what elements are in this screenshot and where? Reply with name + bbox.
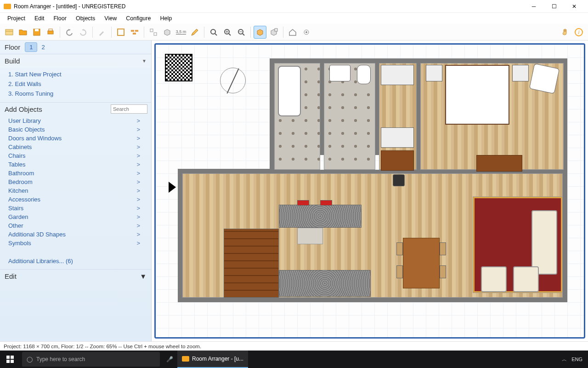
cat-stairs[interactable]: Stairs> [8,204,151,213]
svg-rect-11 [154,33,157,35]
view3d-button[interactable] [254,26,266,39]
cabinet[interactable] [381,65,414,85]
chair[interactable] [396,242,403,255]
edit-title: Edit [5,272,17,280]
toilet[interactable] [357,65,371,84]
cat-bedroom[interactable]: Bedroom> [8,178,151,186]
menu-objects[interactable]: Objects [71,14,100,23]
chair[interactable] [440,242,446,255]
menu-floor[interactable]: Floor [49,14,71,23]
floor-tab-2[interactable]: 2 [37,43,49,52]
cat-basic-objects[interactable]: Basic Objects> [8,125,151,134]
cat-kitchen[interactable]: Kitchen> [8,186,151,195]
cat-tables[interactable]: Tables> [8,160,151,169]
armchair[interactable] [481,266,507,292]
language-indicator[interactable]: ENG [571,356,582,362]
search-input[interactable] [111,104,147,114]
search-placeholder: Type here to search [36,356,85,362]
cat-3d-shapes[interactable]: Additional 3D Shapes> [8,230,151,239]
build-rooms-tuning[interactable]: 3. Rooms Tuning [8,89,151,98]
cat-cabinets[interactable]: Cabinets> [8,143,151,151]
nightstand[interactable] [426,65,442,81]
measure-button[interactable]: 3,5 m [175,26,187,39]
pencil-button[interactable] [188,26,201,39]
cat-symbols[interactable]: Symbols> [8,239,151,247]
bathtub[interactable] [278,66,301,116]
armchair[interactable] [513,266,539,292]
redo-button[interactable] [77,26,90,39]
menu-edit[interactable]: Edit [30,14,49,23]
settings-button[interactable] [300,26,313,39]
snap-button[interactable] [147,26,160,39]
taskbar-app-room-arranger[interactable]: Room Arranger - [u... [177,351,248,368]
stool[interactable] [320,200,332,206]
cat-doors-windows[interactable]: Doors and Windows> [8,134,151,143]
mic-icon[interactable]: 🎤 [162,351,177,368]
sofa[interactable] [531,210,557,275]
zoom-in-button[interactable] [221,26,234,39]
menu-help[interactable]: Help [155,14,176,23]
dresser[interactable] [476,155,522,172]
nightstand[interactable] [512,65,529,81]
cabinet[interactable] [381,127,414,148]
export-button[interactable] [267,26,280,39]
hand-button[interactable] [559,26,571,39]
info-button[interactable]: i [572,26,585,39]
zoom-out-button[interactable] [235,26,248,39]
cat-user-library[interactable]: User Library> [8,116,151,125]
canvas-container [152,40,588,341]
brush-button[interactable] [96,26,108,39]
dining-table[interactable] [403,238,440,288]
sink[interactable] [297,228,323,244]
edit-section-header[interactable]: Edit ▼ [0,269,151,283]
menu-view[interactable]: View [100,14,121,23]
svg-rect-27 [11,356,14,359]
svg-rect-26 [6,356,10,359]
main-area: Floor 1 2 Build ▼ 1. Start New Project 2… [0,40,588,341]
box3d-button[interactable] [161,26,174,39]
cat-garden[interactable]: Garden> [8,213,151,221]
start-button[interactable] [0,351,20,368]
new-project-button[interactable] [3,26,16,39]
minimize-button[interactable]: ─ [524,0,544,13]
close-button[interactable]: ✕ [564,0,584,13]
status-text: Project: 1168 × 700 cm, Floor: 1/2 -- Zo… [4,344,201,349]
open-button[interactable] [17,26,29,39]
armchair[interactable] [529,63,560,94]
save-button[interactable] [30,26,43,39]
taskbar-search[interactable]: ◯ Type here to search [22,352,160,367]
desk[interactable] [381,150,414,171]
floorplan-canvas[interactable] [154,43,585,339]
floor-tab-1[interactable]: 1 [25,42,37,52]
chair[interactable] [396,265,403,278]
stool[interactable] [297,200,309,206]
toolbar: 3,5 m i [0,24,588,40]
counter[interactable] [279,270,371,297]
undo-button[interactable] [63,26,76,39]
chair[interactable] [440,265,446,278]
bed[interactable] [445,65,509,125]
zoom-fit-button[interactable] [207,26,220,39]
cat-chairs[interactable]: Chairs> [8,151,151,160]
sink[interactable] [329,65,351,81]
build-edit-walls[interactable]: 2. Edit Walls [8,79,151,89]
tray-chevron-icon[interactable]: ︿ [562,356,567,363]
build-start-new-project[interactable]: 1. Start New Project [8,69,151,79]
maximize-button[interactable]: ☐ [544,0,564,13]
office-chair[interactable] [393,174,405,186]
build-section-header[interactable]: Build ▼ [0,54,151,68]
cat-other[interactable]: Other> [8,221,151,230]
entry-arrow-icon [169,182,176,193]
kitchen-island[interactable] [279,205,362,228]
additional-libraries-link[interactable]: Additional Libraries... (6) [0,251,151,269]
menu-configure[interactable]: Configure [121,14,155,23]
cat-bathroom[interactable]: Bathroom> [8,169,151,178]
bricks-button[interactable] [128,26,141,39]
svg-rect-9 [133,33,136,34]
menu-project[interactable]: Project [3,14,30,23]
walls-button[interactable] [114,26,127,39]
cat-accessories[interactable]: Accessories> [8,195,151,204]
home-button[interactable] [286,26,299,39]
stairs[interactable] [224,229,279,298]
print-button[interactable] [44,26,57,39]
